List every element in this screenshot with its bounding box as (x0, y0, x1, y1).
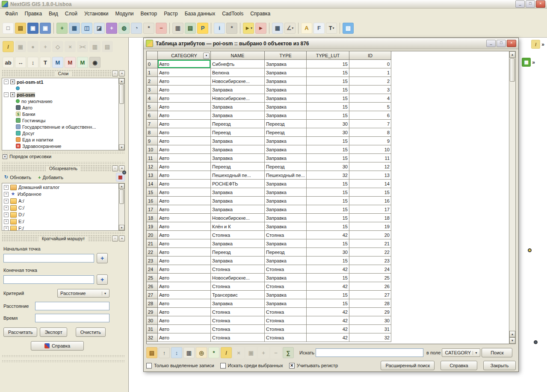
end-point-input[interactable] (3, 275, 94, 284)
corner-header-cell[interactable] (147, 51, 158, 60)
table-cell[interactable]: Новосибирскне... (211, 274, 265, 282)
search-option-checkbox[interactable]: Только выделенные записи (146, 363, 214, 368)
table-cell[interactable]: Заправка (265, 154, 307, 162)
search-option-checkbox[interactable]: ×Учитывать регистр (289, 363, 338, 368)
column-header-type_lut[interactable]: TYPE_LUT (307, 51, 349, 60)
table-cell[interactable]: 42 (307, 308, 349, 316)
pick-start-point-button[interactable]: + (97, 253, 108, 263)
layer-visibility-checkbox[interactable]: × (10, 92, 15, 97)
table-cell[interactable]: 15 (307, 214, 349, 222)
tree-expander-icon[interactable]: − (4, 92, 9, 97)
table-cell[interactable]: Переезд (211, 162, 265, 171)
row-number-cell[interactable]: 25 (147, 274, 158, 282)
layers-scrollbar[interactable]: ▲ ▼ (118, 78, 124, 150)
zoom-search-icon[interactable]: ◉ (89, 57, 101, 68)
identify-features-icon[interactable]: i (214, 23, 225, 34)
table-cell[interactable]: Заправка (265, 103, 307, 111)
table-cell[interactable]: Авто (158, 154, 211, 162)
table-cell[interactable]: Авто (158, 60, 211, 68)
table-cell[interactable]: 1 (349, 68, 391, 77)
plugin-tool-1-icon[interactable]: М (52, 57, 63, 68)
pan-to-selection-icon[interactable]: * (208, 347, 219, 358)
table-cell[interactable]: 10 (349, 145, 391, 154)
table-cell[interactable]: 15 (307, 256, 349, 265)
layer-class-item[interactable]: Авто (2, 104, 118, 111)
menu-item[interactable]: Файл (2, 9, 21, 18)
dock-splitter-5[interactable] (2, 360, 125, 363)
table-cell[interactable]: Заправка (211, 111, 265, 120)
row-number-cell[interactable]: 21 (147, 239, 158, 248)
table-cell[interactable]: 6 (349, 111, 391, 120)
table-cell[interactable]: 18 (349, 214, 391, 222)
table-cell[interactable]: Авто (158, 145, 211, 154)
browser-panel-titlebar[interactable]: Обозреватель ▫ × (2, 165, 125, 172)
layers-tree[interactable]: −×poi-osm-st1−×poi-osmпо умолчаниюАвто$Б… (2, 78, 125, 150)
close-button[interactable]: × (536, 0, 545, 8)
table-cell[interactable]: 17 (349, 205, 391, 214)
sort-indicator-icon[interactable]: ▾ (203, 53, 210, 59)
invert-selection-icon[interactable]: ↕ (171, 347, 182, 358)
table-cell[interactable]: Новосибирскне... (211, 77, 265, 85)
menu-item[interactable]: Вид (45, 9, 62, 18)
move-selection-to-top-icon[interactable]: ↑ (159, 347, 170, 358)
row-number-cell[interactable]: 28 (147, 299, 158, 308)
minimize-button[interactable]: _ (515, 0, 525, 8)
layer-class-item[interactable]: $Банки (2, 111, 118, 117)
table-cell[interactable]: 15 (307, 299, 349, 308)
table-cell[interactable]: Стоянка (211, 333, 265, 342)
criterion-combobox[interactable]: Расстояние ▾ (57, 289, 109, 298)
tree-expander-icon[interactable]: + (4, 192, 9, 197)
add-postgis-layer-icon[interactable]: ◫ (81, 23, 92, 34)
row-number-cell[interactable]: 16 (147, 197, 158, 205)
browser-item[interactable]: +A:/ (2, 197, 118, 204)
table-cell[interactable]: 30 (307, 120, 349, 128)
table-cell[interactable]: Авто (158, 325, 211, 333)
browser-item[interactable]: +D:/ (2, 211, 118, 218)
float-panel-icon[interactable]: ▫ (112, 71, 118, 77)
table-cell[interactable]: 15 (307, 180, 349, 188)
table-cell[interactable]: Заправка (211, 103, 265, 111)
attribute-table-dialog[interactable]: Таблица атрибутов — poi-osm :: выбрано 0… (143, 38, 519, 372)
menu-item[interactable]: Правка (21, 9, 46, 18)
options-gear-icon[interactable]: * (226, 23, 237, 34)
table-cell[interactable]: Заправка (211, 145, 265, 154)
table-cell[interactable]: Заправка (265, 299, 307, 308)
table-cell[interactable]: 42 (307, 282, 349, 291)
tree-expander-icon[interactable]: + (4, 226, 9, 231)
column-header-category[interactable]: CATEGORY▾ (158, 51, 211, 60)
scroll-thumb[interactable] (119, 84, 124, 104)
table-cell[interactable]: 2 (349, 77, 391, 85)
table-cell[interactable]: Авто (158, 94, 211, 103)
table-cell[interactable]: 15 (307, 205, 349, 214)
table-cell[interactable]: 22 (349, 248, 391, 256)
row-number-cell[interactable]: 14 (147, 180, 158, 188)
layer-visibility-checkbox[interactable]: × (10, 80, 15, 84)
open-attribute-table-icon[interactable]: ▤ (185, 23, 196, 34)
tree-expander-icon[interactable]: − (4, 80, 9, 84)
tree-expander-icon[interactable]: + (4, 212, 9, 217)
table-cell[interactable]: Стоянка (211, 308, 265, 316)
table-cell[interactable]: 15 (307, 137, 349, 145)
scroll-thumb[interactable] (119, 189, 124, 204)
column-header-type[interactable]: TYPE (265, 51, 307, 60)
copy-style-icon[interactable]: ▥ (172, 23, 183, 34)
table-cell[interactable]: Авто (158, 180, 211, 188)
row-number-cell[interactable]: 31 (147, 325, 158, 333)
table-cell[interactable]: Заправка (265, 205, 307, 214)
table-cell[interactable]: 26 (349, 282, 391, 291)
table-cell[interactable]: 21 (349, 239, 391, 248)
table-cell[interactable]: 30 (349, 316, 391, 325)
browser-item[interactable]: +F:/ (2, 225, 118, 231)
browser-item[interactable]: +★Избранное (2, 191, 118, 197)
attribute-table-icon[interactable]: ▦ (272, 23, 283, 34)
distance-input[interactable] (35, 302, 109, 310)
table-cell[interactable]: Заправка (211, 85, 265, 94)
table-cell[interactable]: Заправка (211, 197, 265, 205)
remove-layer-icon[interactable]: − (156, 23, 167, 34)
dock-splitter-2[interactable] (2, 162, 125, 164)
row-number-cell[interactable]: 5 (147, 103, 158, 111)
row-number-cell[interactable]: 24 (147, 265, 158, 274)
table-cell[interactable]: Заправка (265, 85, 307, 94)
table-cell[interactable]: Авто (158, 162, 211, 171)
save-project-as-icon[interactable]: ▣ (40, 23, 51, 34)
